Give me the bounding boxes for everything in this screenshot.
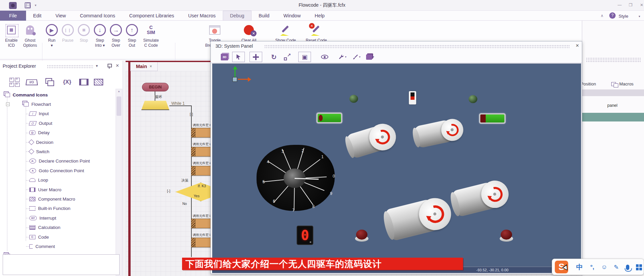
tree-guide xyxy=(26,161,29,162)
tree-item-command-icons[interactable]: Command Icons xyxy=(0,90,115,99)
simulate-button[interactable]: CSIMSimulate C Code xyxy=(140,22,162,48)
pen-icon[interactable]: ✎ xyxy=(611,259,622,275)
3d-panel-grip[interactable] xyxy=(264,45,570,49)
slide-switch[interactable] xyxy=(409,91,416,104)
flow-collapse-bracket[interactable]: [-] xyxy=(167,189,170,193)
expression-icon[interactable]: {X} xyxy=(60,75,74,89)
tree-item-built-in-function[interactable]: Built-in Function xyxy=(0,204,115,213)
project-explorer-menu-icon[interactable]: ▼ xyxy=(95,64,99,68)
tree-item-label: Command Icons xyxy=(13,92,48,97)
menu-debug[interactable]: Debug xyxy=(223,11,252,21)
menu-window[interactable]: Window xyxy=(277,11,308,21)
menu-component-libraries[interactable]: Component Libraries xyxy=(122,11,181,21)
ribbon-collapse-icon[interactable]: ∧ xyxy=(601,13,604,18)
scroll-up-icon[interactable]: ▲ xyxy=(116,90,122,93)
microphone-icon[interactable] xyxy=(622,259,633,275)
menu-edit[interactable]: Edit xyxy=(26,11,48,21)
move-icon[interactable] xyxy=(250,52,262,62)
3d-panel-close-icon[interactable]: ✕ xyxy=(576,43,579,48)
punctuation-icon[interactable]: °, xyxy=(587,259,598,275)
eye-icon[interactable] xyxy=(318,52,331,62)
push-button[interactable] xyxy=(500,230,513,242)
cube3d-icon[interactable]: 3D xyxy=(218,52,231,62)
button-label: Simulate C Code xyxy=(140,38,162,48)
tree-item-flowchart[interactable]: Flowchart xyxy=(0,99,115,109)
enable-button[interactable]: Enable ICD xyxy=(2,22,21,48)
keyboard-grid-icon[interactable] xyxy=(634,259,644,275)
dial-number-2: 2 xyxy=(302,149,304,153)
tree-item-label: Switch xyxy=(36,149,49,154)
pin-icon[interactable] xyxy=(107,63,112,69)
tree-item-output[interactable]: OOutput xyxy=(0,118,115,128)
tree-item-calculation[interactable]: Calculation xyxy=(0,223,115,232)
ghost-button[interactable]: Ghost Options xyxy=(20,22,40,48)
scale-icon[interactable]: ↗ xyxy=(281,52,294,62)
menu-help[interactable]: Help xyxy=(308,11,332,21)
led-sphere xyxy=(469,95,477,103)
step-button[interactable]: ↓Step Into ▾ xyxy=(92,22,108,48)
step-button[interactable]: ↑Step Out xyxy=(124,22,140,48)
menu-command-icons[interactable]: Command Icons xyxy=(73,11,122,21)
chinese-toggle-icon[interactable]: 中 xyxy=(574,259,585,275)
dial-number-9: 9 xyxy=(330,191,332,196)
motor-2 xyxy=(412,115,466,150)
style-button[interactable]: Style xyxy=(619,14,628,19)
close-icon[interactable]: ✕ xyxy=(637,3,644,7)
cursor-icon[interactable] xyxy=(232,52,245,62)
step-button[interactable]: →Step Over xyxy=(108,22,124,48)
tree-item-component-macro[interactable]: Component Macro xyxy=(0,194,115,204)
brush-icon[interactable]: ▾ xyxy=(350,52,362,62)
tab-close-icon[interactable]: × xyxy=(150,64,152,69)
scrollbar-thumb[interactable] xyxy=(117,96,121,116)
run-button[interactable]: ▶Run ▾ xyxy=(44,22,59,48)
macro-icon[interactable] xyxy=(92,75,106,89)
button-label: Step Over xyxy=(108,38,124,48)
tree-item-input[interactable]: IInput xyxy=(0,109,115,118)
style-caret-icon[interactable]: ▾ xyxy=(639,15,640,18)
tree-item-delay[interactable]: DDelay xyxy=(0,128,115,137)
menu-view[interactable]: View xyxy=(48,11,73,21)
tree-item-loop[interactable]: Loop xyxy=(0,176,115,185)
help-icon[interactable]: ? xyxy=(609,12,616,19)
push-button[interactable] xyxy=(355,230,368,242)
wrench-icon[interactable]: ▾ xyxy=(336,52,348,62)
rotate-icon[interactable]: ↻ xyxy=(268,52,280,62)
flow-begin-node[interactable]: BEGIN xyxy=(142,83,169,91)
tree-item-comment[interactable]: Comment xyxy=(0,242,115,251)
restore-icon[interactable]: ❐ xyxy=(626,3,635,7)
expander-icon[interactable]: − xyxy=(6,102,10,106)
tree-item-interrupt[interactable]: INTInterrupt xyxy=(0,213,115,223)
builtin-icon xyxy=(29,206,35,211)
button-label: Step Out xyxy=(124,38,140,48)
project-explorer-scrollbar[interactable]: ▲ ▼ xyxy=(116,89,122,276)
dock-header-grip[interactable] xyxy=(586,57,641,62)
tree-item-user-macro[interactable]: User Macro xyxy=(0,185,115,194)
project-explorer-close-icon[interactable]: ✕ xyxy=(116,63,119,68)
emoji-icon[interactable]: ☺ xyxy=(599,259,610,275)
tree-item-declare-connection-point[interactable]: A:Declare Connection Point xyxy=(0,157,115,166)
menu-bar: File EditViewCommand IconsComponent Libr… xyxy=(0,11,644,21)
minimize-icon[interactable]: — xyxy=(615,3,624,7)
box3d-icon[interactable]: ▾ xyxy=(364,52,376,62)
tree-item-code[interactable]: CCode xyxy=(0,232,115,242)
connection-icon[interactable] xyxy=(77,75,91,89)
tree-item-goto-connection-point[interactable]: AGoto Connection Point xyxy=(0,166,115,175)
flow-collapse-bracket[interactable]: [-] xyxy=(190,112,193,116)
windows-icon[interactable] xyxy=(43,75,57,89)
add-grid-icon[interactable] xyxy=(7,75,21,89)
camera-icon[interactable]: ▣ xyxy=(298,52,311,62)
dock-macros-label[interactable]: Macros xyxy=(619,81,634,86)
dock-panel-row[interactable]: panel xyxy=(607,103,618,108)
menu-user-macros[interactable]: User Macros xyxy=(181,11,222,21)
menu-file[interactable]: File xyxy=(0,11,26,21)
dock-selected-row[interactable] xyxy=(582,113,644,121)
flow-while-node[interactable] xyxy=(141,101,169,110)
tree-item-switch[interactable]: Switch xyxy=(0,147,115,156)
3d-viewport[interactable]: 01234567890 xyxy=(212,63,581,267)
menu-build[interactable]: Build xyxy=(252,11,276,21)
io-pins-icon[interactable]: I/O xyxy=(25,75,39,89)
tree-item-decision[interactable]: Decision xyxy=(0,137,115,147)
dock-position-label: Position xyxy=(581,81,596,86)
tab-main[interactable]: Main × xyxy=(130,62,158,71)
project-explorer-grip[interactable] xyxy=(47,65,93,69)
